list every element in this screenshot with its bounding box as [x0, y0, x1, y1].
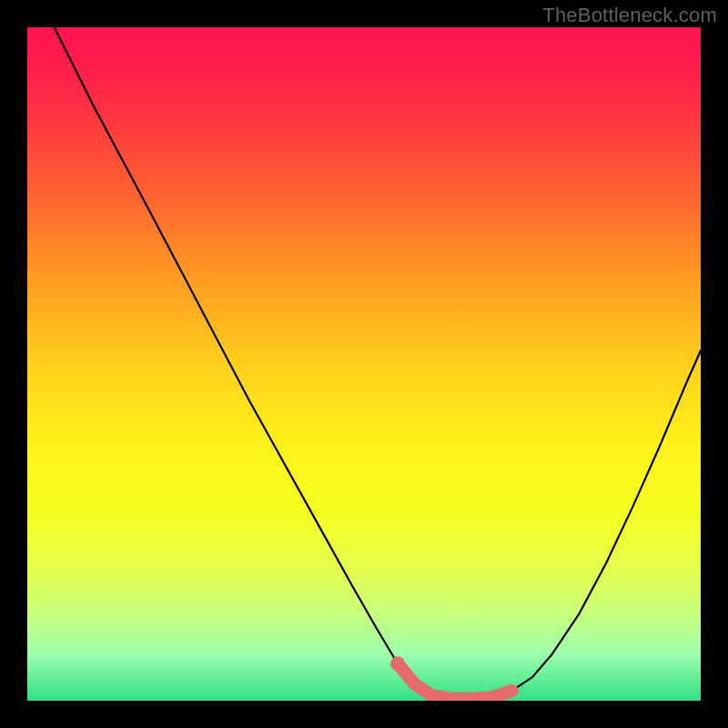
optimal-start-dot: [390, 656, 405, 671]
curve-layer-svg: [27, 27, 701, 701]
optimal-range-marker: [398, 663, 512, 699]
chart-container: TheBottleneck.com: [0, 0, 728, 728]
watermark-text: TheBottleneck.com: [542, 4, 717, 27]
bottleneck-curve: [55, 27, 701, 699]
plot-area: [27, 27, 701, 701]
